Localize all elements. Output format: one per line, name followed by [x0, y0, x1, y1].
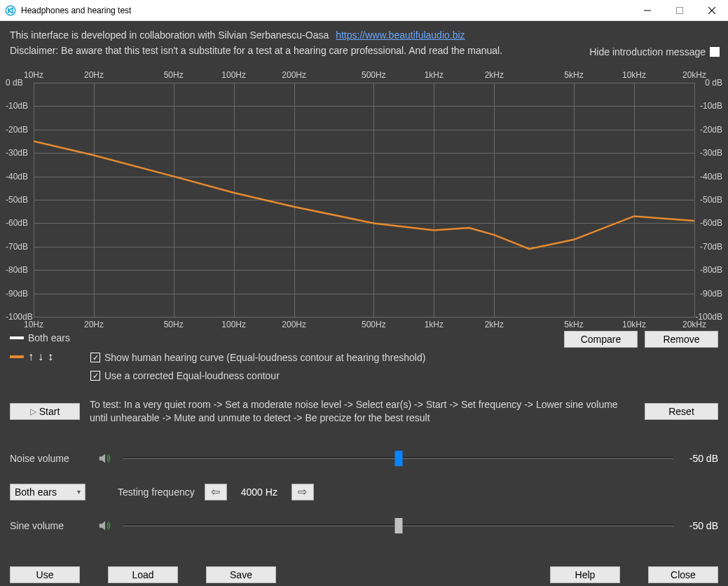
frequency-prev-button[interactable]: ⇦: [205, 484, 227, 500]
arrow-down-icon: ↓: [38, 350, 43, 363]
y-tick-right: -100dB: [695, 312, 722, 322]
reset-button[interactable]: Reset: [645, 403, 718, 420]
window-titlebar: Headphones and hearing test: [0, 0, 728, 21]
y-tick-left: -80dB: [6, 265, 28, 275]
play-icon: ▷: [30, 407, 36, 416]
x-tick-bottom: 50Hz: [164, 320, 184, 329]
ear-select-value: Both ears: [15, 486, 57, 498]
y-tick-right: -80dB: [700, 265, 722, 275]
legend-swatch-white: [10, 336, 24, 339]
x-tick-bottom: 1kHz: [425, 320, 444, 329]
close-button[interactable]: Close: [648, 566, 718, 583]
x-tick-top: 10Hz: [24, 70, 43, 80]
noise-volume-slider[interactable]: [123, 451, 673, 465]
y-tick-right: -30dB: [700, 148, 722, 158]
window-minimize-button[interactable]: [631, 0, 664, 21]
legend-curve: ↑ ↓ ↕: [10, 350, 90, 363]
y-tick-right: -90dB: [700, 289, 722, 299]
remove-button[interactable]: Remove: [645, 331, 718, 348]
svg-rect-2: [677, 7, 683, 13]
show-hearing-curve-checkbox[interactable]: Show human hearing curve (Equal-loudness…: [90, 352, 425, 363]
sine-volume-value: -50 dB: [683, 520, 718, 531]
y-tick-right: -50dB: [700, 195, 722, 205]
window-maximize-button[interactable]: [664, 0, 696, 21]
x-tick-top: 20Hz: [84, 70, 104, 80]
noise-volume-label: Noise volume: [10, 453, 87, 464]
y-tick-left: -30dB: [6, 148, 28, 158]
hide-intro-label: Hide introduction message: [589, 46, 706, 57]
y-tick-left: -20dB: [6, 125, 28, 135]
intro-collab-text: This interface is developed in collabora…: [10, 29, 329, 41]
x-tick-bottom: 100Hz: [221, 320, 246, 329]
x-tick-top: 2kHz: [485, 70, 504, 80]
x-tick-top: 50Hz: [164, 70, 184, 80]
frequency-value: 4000 Hz: [237, 486, 282, 498]
x-tick-top: 1kHz: [425, 70, 444, 80]
start-button[interactable]: ▷ Start: [10, 403, 80, 420]
svg-point-0: [6, 6, 15, 15]
x-tick-top: 100Hz: [221, 70, 246, 80]
hearing-chart: 10Hz10Hz20Hz20Hz50Hz50Hz100Hz100Hz200Hz2…: [6, 70, 722, 329]
frequency-next-button[interactable]: ⇨: [291, 484, 314, 500]
testing-frequency-label: Testing frequency: [118, 486, 195, 498]
hide-intro-checkbox[interactable]: Hide introduction message: [589, 46, 720, 57]
arrow-updown-icon: ↕: [48, 350, 53, 363]
x-tick-bottom: 200Hz: [282, 320, 306, 329]
y-tick-right: -20dB: [700, 125, 722, 135]
help-button[interactable]: Help: [550, 566, 620, 583]
use-corrected-checkbox[interactable]: Use a corrected Equal-loudness contour: [90, 370, 425, 381]
arrow-up-icon: ↑: [28, 350, 34, 363]
y-tick-left: -60dB: [6, 218, 28, 228]
legend-both-ears: Both ears: [10, 332, 90, 343]
x-tick-top: 20kHz: [682, 70, 706, 80]
legend-swatch-orange: [10, 355, 24, 358]
x-tick-bottom: 5kHz: [564, 320, 583, 329]
start-button-label: Start: [39, 406, 60, 417]
use-corrected-label: Use a corrected Equal-loudness contour: [104, 370, 280, 381]
x-tick-bottom: 10kHz: [622, 320, 646, 329]
x-tick-bottom: 20Hz: [84, 320, 104, 329]
sine-volume-slider[interactable]: [123, 519, 673, 533]
x-tick-bottom: 2kHz: [485, 320, 504, 329]
show-hearing-curve-label: Show human hearing curve (Equal-loudness…: [104, 352, 425, 363]
use-button[interactable]: Use: [10, 566, 80, 583]
y-tick-right: 0 dB: [705, 78, 722, 88]
y-tick-left: -10dB: [6, 101, 28, 111]
window-title: Headphones and hearing test: [21, 6, 131, 15]
y-tick-left: -100dB: [6, 312, 33, 322]
legend-both-ears-label: Both ears: [28, 332, 70, 343]
noise-volume-value: -50 dB: [683, 453, 718, 464]
instructions-text: To test: In a very quiet room -> Set a m…: [90, 398, 629, 425]
sine-volume-label: Sine volume: [10, 520, 87, 531]
y-tick-right: -70dB: [700, 242, 722, 252]
window-close-button[interactable]: [696, 0, 728, 21]
x-tick-top: 500Hz: [362, 70, 386, 80]
y-tick-left: -70dB: [6, 242, 28, 252]
checkbox-checked-icon: [90, 371, 100, 381]
save-button[interactable]: Save: [206, 566, 276, 583]
slider-thumb[interactable]: [394, 518, 402, 533]
y-tick-right: -40dB: [700, 172, 722, 182]
x-tick-top: 10kHz: [622, 70, 646, 80]
checkbox-icon: [710, 47, 720, 57]
y-tick-right: -10dB: [700, 101, 722, 111]
x-tick-top: 200Hz: [282, 70, 306, 80]
y-tick-right: -60dB: [700, 218, 722, 228]
load-button[interactable]: Load: [108, 566, 178, 583]
chevron-down-icon: ▾: [77, 488, 81, 496]
intro-block: This interface is developed in collabora…: [0, 27, 728, 67]
y-tick-left: -40dB: [6, 172, 28, 182]
intro-link[interactable]: https://www.beautifulaudio.biz: [336, 29, 465, 41]
checkbox-checked-icon: [90, 353, 100, 362]
y-tick-left: -50dB: [6, 195, 28, 205]
x-tick-bottom: 500Hz: [362, 320, 386, 329]
y-tick-left: 0 dB: [6, 78, 23, 88]
slider-thumb[interactable]: [394, 451, 402, 466]
ear-select[interactable]: Both ears ▾: [10, 484, 85, 500]
x-tick-top: 5kHz: [564, 70, 583, 80]
speaker-icon[interactable]: [97, 517, 114, 534]
speaker-icon[interactable]: [97, 450, 114, 467]
compare-button[interactable]: Compare: [564, 331, 638, 348]
app-icon: [4, 4, 17, 17]
y-tick-left: -90dB: [6, 289, 28, 299]
